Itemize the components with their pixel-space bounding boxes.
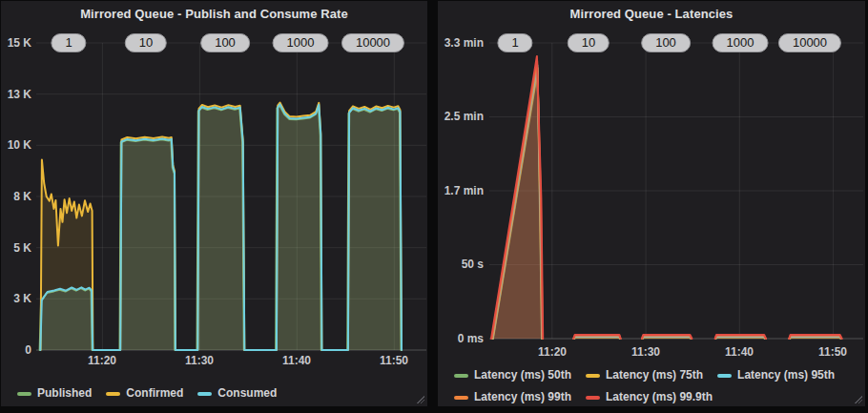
legend-item-latency-99-9th[interactable]: Latency (ms) 99.9th (586, 390, 713, 404)
legend-label: Latency (ms) 99th (474, 390, 571, 404)
legend-item-latency-50th[interactable]: Latency (ms) 50th (454, 368, 571, 382)
y-axis-label: 0 (1, 342, 31, 358)
y-axis-label: 0 ms (438, 331, 484, 346)
legend-label: Latency (ms) 95th (737, 368, 835, 382)
annotation-pill-1000[interactable]: 1000 (713, 33, 769, 52)
legend-row-1: Latency (ms) 50th Latency (ms) 75th Late… (454, 368, 835, 382)
x-axis-label: 11:30 (625, 345, 667, 359)
y-axis-label: 3.3 min (438, 35, 484, 51)
y-axis-label: 3 K (1, 291, 31, 306)
legend-label: Confirmed (126, 386, 183, 401)
annotation-pill-1[interactable]: 1 (497, 33, 532, 52)
series-swatch-icon (586, 374, 600, 378)
legend-item-published[interactable]: Published (17, 386, 92, 401)
annotation-pill-10000[interactable]: 10000 (778, 33, 841, 52)
series-swatch-icon (454, 396, 468, 400)
series-swatch-icon (106, 392, 120, 396)
legend-item-latency-75th[interactable]: Latency (ms) 75th (586, 368, 703, 382)
y-axis-label: 50 s (438, 257, 484, 272)
y-axis-label: 1.7 min (438, 183, 484, 198)
chart-plot[interactable] (1, 1, 427, 406)
panel-resize-handle[interactable] (417, 396, 424, 403)
legend-label: Latency (ms) 75th (606, 368, 703, 382)
x-axis-label: 11:20 (81, 354, 123, 367)
legend-item-latency-99th[interactable]: Latency (ms) 99th (454, 390, 571, 404)
series-swatch-icon (586, 396, 600, 400)
legend-label: Latency (ms) 99.9th (606, 390, 713, 404)
y-axis-label: 8 K (1, 189, 31, 204)
legend-label: Latency (ms) 50th (474, 368, 571, 382)
series-swatch-icon (454, 374, 468, 378)
panel-publish-consume-rate: Mirrored Queue - Publish and Consume Rat… (1, 1, 427, 406)
panel-resize-handle[interactable] (855, 396, 862, 403)
x-axis-label: 11:40 (276, 354, 318, 367)
series-swatch-icon (717, 374, 732, 378)
legend: Published Confirmed Consumed (17, 386, 277, 401)
y-axis-label: 2.5 min (438, 109, 484, 124)
legend-item-confirmed[interactable]: Confirmed (106, 386, 183, 401)
x-axis-label: 11:30 (178, 354, 220, 367)
legend-row-2: Latency (ms) 99th Latency (ms) 99.9th (454, 390, 713, 404)
y-axis-label: 10 K (1, 137, 31, 153)
annotation-pill-10[interactable]: 10 (125, 33, 167, 52)
legend-label: Published (37, 386, 92, 401)
annotation-pill-1[interactable]: 1 (51, 33, 86, 52)
annotation-pill-1000[interactable]: 1000 (273, 33, 329, 52)
y-axis-label: 15 K (1, 35, 31, 51)
legend-label: Consumed (217, 386, 277, 401)
x-axis-label: 11:20 (531, 345, 573, 359)
x-axis-label: 11:50 (373, 354, 415, 367)
annotation-pill-10[interactable]: 10 (568, 33, 610, 52)
x-axis-label: 11:40 (718, 345, 760, 359)
annotation-pill-100[interactable]: 100 (641, 33, 691, 52)
legend-item-consumed[interactable]: Consumed (197, 386, 277, 401)
x-axis-label: 11:50 (812, 345, 854, 359)
annotation-pill-10000[interactable]: 10000 (341, 33, 404, 52)
series-swatch-icon (197, 392, 212, 396)
y-axis-label: 13 K (1, 87, 31, 102)
y-axis-label: 5 K (1, 240, 31, 256)
panel-latencies: Mirrored Queue - Latencies 1 10 100 1000… (438, 1, 865, 406)
legend-item-latency-95th[interactable]: Latency (ms) 95th (717, 368, 835, 382)
annotation-pill-100[interactable]: 100 (200, 33, 250, 52)
series-swatch-icon (17, 392, 31, 396)
